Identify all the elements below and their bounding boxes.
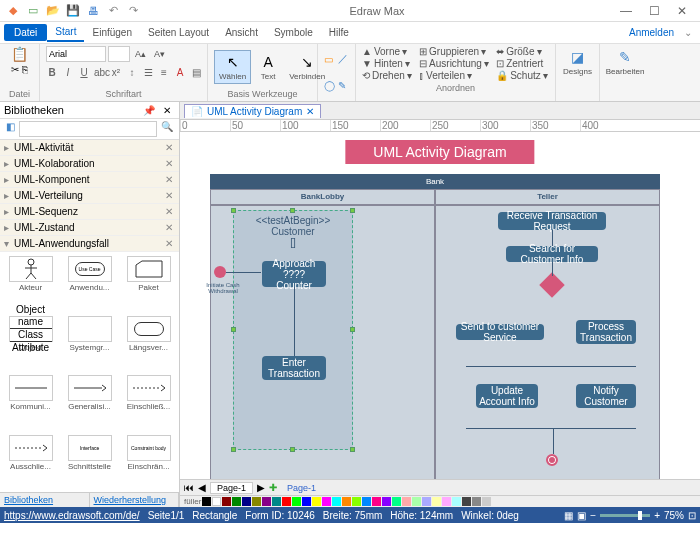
cut-icon[interactable]: ✂ bbox=[11, 64, 19, 75]
shrink-font-icon[interactable]: A▾ bbox=[151, 46, 168, 62]
page-tab-2[interactable]: Page-1 bbox=[281, 483, 322, 493]
tab-ansicht[interactable]: Ansicht bbox=[217, 24, 266, 41]
select-tool[interactable]: ↖Wählen bbox=[214, 50, 251, 84]
fontcolor-icon[interactable]: A bbox=[174, 67, 186, 78]
super-button[interactable]: x² bbox=[110, 67, 122, 78]
protect-button[interactable]: 🔒 Schutz ▾ bbox=[496, 70, 549, 81]
activity-node-enter[interactable]: Enter Transaction bbox=[262, 356, 326, 380]
login-link[interactable]: Anmelden bbox=[629, 27, 680, 38]
close-icon[interactable]: ✕ bbox=[163, 190, 175, 201]
zoom-in-icon[interactable]: + bbox=[654, 510, 660, 521]
library-item[interactable]: ▸UML-Sequenz✕ bbox=[0, 204, 179, 220]
shape-stencil[interactable]: Constraint bodyEinschrän... bbox=[120, 433, 177, 491]
color-palette[interactable]: füller bbox=[180, 495, 700, 507]
tab-einfuegen[interactable]: Einfügen bbox=[84, 24, 139, 41]
align-button[interactable]: ⊟ Ausrichtung ▾ bbox=[419, 58, 490, 69]
font-select[interactable] bbox=[46, 46, 106, 62]
shape-circle-icon[interactable]: ◯ bbox=[324, 80, 336, 91]
expand-icon[interactable]: ⌄ bbox=[680, 27, 696, 38]
page-nav-first-icon[interactable]: ⏮ bbox=[184, 482, 194, 493]
highlight-icon[interactable]: ▤ bbox=[190, 67, 202, 78]
close-icon[interactable]: ✕ bbox=[163, 238, 175, 249]
shape-stencil[interactable]: Systemgr... bbox=[61, 314, 118, 372]
tab-symbole[interactable]: Symbole bbox=[266, 24, 321, 41]
maximize-button[interactable]: ☐ bbox=[644, 4, 664, 18]
swimlane[interactable]: Bank BankLobby Teller <<testAtBegin>>Cus… bbox=[210, 174, 660, 479]
shape-stencil[interactable]: Ausschlie... bbox=[2, 433, 59, 491]
activity-node-search[interactable]: Search for Customer Info bbox=[506, 246, 598, 262]
rotate-button[interactable]: ⟲ Drehen ▾ bbox=[362, 70, 413, 81]
lane-teller[interactable]: Receive Transaction Request Search for C… bbox=[435, 205, 660, 479]
status-url[interactable]: https://www.edrawsoft.com/de/ bbox=[4, 510, 140, 521]
distribute-button[interactable]: ⫿ Verteilen ▾ bbox=[419, 70, 490, 81]
library-item[interactable]: ▾UML-Anwendungsfall✕ bbox=[0, 236, 179, 252]
shape-pencil-icon[interactable]: ✎ bbox=[338, 80, 350, 91]
activity-node-approach[interactable]: Approach ???? Counter bbox=[262, 261, 326, 287]
fontsize-select[interactable] bbox=[108, 46, 130, 62]
open-icon[interactable]: 📂 bbox=[46, 4, 60, 18]
close-icon[interactable]: ✕ bbox=[163, 158, 175, 169]
library-item[interactable]: ▸UML-Aktivität✕ bbox=[0, 140, 179, 156]
decision-node[interactable] bbox=[539, 272, 564, 297]
diagram-title[interactable]: UML Activity Diagram bbox=[345, 140, 534, 164]
shape-stencil[interactable]: Object nameClassAttributeObjekt bbox=[2, 314, 59, 372]
undo-icon[interactable]: ↶ bbox=[106, 4, 120, 18]
text-tool[interactable]: AText bbox=[254, 51, 282, 83]
shape-stencil[interactable]: Längsver... bbox=[120, 314, 177, 372]
view-normal-icon[interactable]: ▦ bbox=[564, 510, 573, 521]
pin-icon[interactable]: 📌 bbox=[139, 105, 159, 116]
zoom-slider[interactable] bbox=[600, 514, 650, 517]
library-item[interactable]: ▸UML-Zustand✕ bbox=[0, 220, 179, 236]
activity-node-process[interactable]: Process Transaction bbox=[576, 320, 636, 344]
lane-banklobby[interactable]: <<testAtBegin>>Customer[] Approach ???? … bbox=[210, 205, 435, 479]
shape-stencil[interactable]: InterfaceSchnittstelle bbox=[61, 433, 118, 491]
page-tab[interactable]: Page-1 bbox=[210, 482, 253, 494]
library-item[interactable]: ▸UML-Komponent✕ bbox=[0, 172, 179, 188]
activity-node-send[interactable]: Send to customer Service bbox=[456, 324, 544, 340]
shape-stencil[interactable]: Use CaseAnwendu... bbox=[61, 254, 118, 312]
group-button[interactable]: ⊞ Gruppieren ▾ bbox=[419, 46, 490, 57]
final-node[interactable] bbox=[546, 454, 558, 466]
library-menu-icon[interactable]: ◧ bbox=[2, 121, 19, 137]
close-button[interactable]: ✕ bbox=[672, 4, 692, 18]
sendback-button[interactable]: ▼ Hinten ▾ bbox=[362, 58, 413, 69]
designs-button[interactable]: ◪Designs bbox=[562, 46, 593, 78]
print-icon[interactable]: 🖶 bbox=[86, 4, 100, 18]
add-page-icon[interactable]: ✚ bbox=[269, 482, 277, 493]
activity-node-notify[interactable]: Notify Customer bbox=[576, 384, 636, 408]
sidebar-tab-libraries[interactable]: Bibliotheken bbox=[0, 493, 90, 507]
activity-node-update[interactable]: Update Account Info bbox=[476, 384, 538, 408]
search-icon[interactable]: 🔍 bbox=[157, 121, 177, 137]
shape-line-icon[interactable]: ／ bbox=[338, 52, 350, 66]
shape-stencil[interactable]: Generalisi... bbox=[61, 373, 118, 431]
document-tab[interactable]: 📄UML Activity Diagram✕ bbox=[184, 104, 321, 118]
close-icon[interactable]: ✕ bbox=[163, 142, 175, 153]
tab-hilfe[interactable]: Hilfe bbox=[321, 24, 357, 41]
tab-start[interactable]: Start bbox=[47, 23, 84, 42]
canvas[interactable]: UML Activity Diagram Bank BankLobby Tell… bbox=[180, 132, 700, 479]
minimize-button[interactable]: — bbox=[616, 4, 636, 18]
library-item[interactable]: ▸UML-Kolaboration✕ bbox=[0, 156, 179, 172]
italic-button[interactable]: I bbox=[62, 67, 74, 78]
sidebar-tab-recovery[interactable]: Wiederherstellung bbox=[90, 493, 180, 507]
activity-node-receive[interactable]: Receive Transaction Request bbox=[498, 212, 606, 230]
bullets-icon[interactable]: ☰ bbox=[142, 67, 154, 78]
size-button[interactable]: ⬌ Größe ▾ bbox=[496, 46, 549, 57]
redo-icon[interactable]: ↷ bbox=[126, 4, 140, 18]
page-nav-next-icon[interactable]: ▶ bbox=[257, 482, 265, 493]
close-tab-icon[interactable]: ✕ bbox=[306, 106, 314, 117]
library-item[interactable]: ▸UML-Verteilung✕ bbox=[0, 188, 179, 204]
selection-frame[interactable]: <<testAtBegin>>Customer[] Approach ???? … bbox=[233, 210, 353, 450]
tab-seitenlayout[interactable]: Seiten Layout bbox=[140, 24, 217, 41]
close-icon[interactable]: ✕ bbox=[163, 206, 175, 217]
center-button[interactable]: ⊡ Zentriert bbox=[496, 58, 549, 69]
zoom-out-icon[interactable]: − bbox=[590, 510, 596, 521]
underline-button[interactable]: U bbox=[78, 67, 90, 78]
close-icon[interactable]: ✕ bbox=[163, 174, 175, 185]
new-icon[interactable]: ▭ bbox=[26, 4, 40, 18]
bold-button[interactable]: B bbox=[46, 67, 58, 78]
edit-button[interactable]: ✎Bearbeiten bbox=[606, 46, 644, 78]
shape-stencil[interactable]: Kommuni... bbox=[2, 373, 59, 431]
initial-node[interactable] bbox=[214, 266, 226, 278]
view-full-icon[interactable]: ▣ bbox=[577, 510, 586, 521]
